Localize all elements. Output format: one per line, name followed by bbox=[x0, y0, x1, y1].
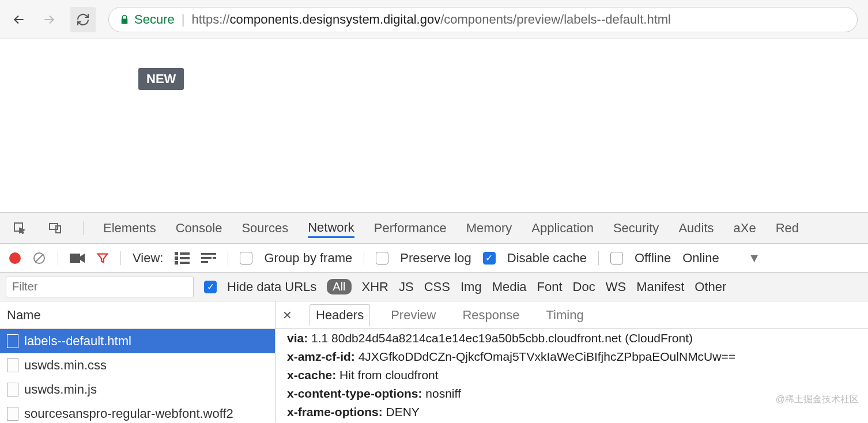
network-filter-row: ✓ Hide data URLs All XHR JS CSS Img Medi… bbox=[0, 273, 868, 301]
tab-console[interactable]: Console bbox=[176, 221, 222, 236]
headers-content[interactable]: via: 1.1 80db24d54a8214ca1e14ec19a50b5cb… bbox=[276, 329, 868, 421]
request-row[interactable]: sourcesanspro-regular-webfont.woff2 bbox=[0, 402, 275, 423]
camera-icon[interactable] bbox=[70, 252, 85, 264]
close-detail-button[interactable]: ✕ bbox=[280, 308, 295, 322]
preserve-log-checkbox[interactable] bbox=[376, 252, 388, 265]
request-name: uswds.min.css bbox=[24, 358, 107, 373]
new-label-badge: NEW bbox=[138, 68, 184, 90]
request-row[interactable]: uswds.min.js bbox=[0, 377, 275, 402]
secure-indicator: Secure bbox=[119, 12, 175, 27]
filter-all[interactable]: All bbox=[327, 279, 351, 294]
device-toggle-icon[interactable] bbox=[47, 220, 63, 236]
page-content: NEW bbox=[0, 39, 868, 212]
filter-media[interactable]: Media bbox=[492, 280, 527, 294]
request-name: sourcesanspro-regular-webfont.woff2 bbox=[24, 406, 233, 421]
forward-button[interactable] bbox=[40, 11, 58, 28]
record-button[interactable] bbox=[9, 252, 21, 264]
request-list: Name labels--default.html uswds.min.css … bbox=[0, 301, 276, 422]
preserve-log-label: Preserve log bbox=[400, 251, 471, 266]
clear-icon[interactable] bbox=[32, 251, 46, 265]
devtools-panel: Elements Console Sources Network Perform… bbox=[0, 212, 868, 422]
tab-performance[interactable]: Performance bbox=[374, 221, 447, 236]
reload-button[interactable] bbox=[70, 7, 96, 32]
back-button[interactable] bbox=[10, 11, 28, 28]
tab-sources[interactable]: Sources bbox=[241, 221, 288, 236]
dropdown-icon[interactable]: ▼ bbox=[748, 251, 761, 266]
offline-label: Offline bbox=[635, 251, 671, 266]
address-bar[interactable]: Secure | https://components.designsystem… bbox=[108, 7, 858, 32]
svg-rect-9 bbox=[175, 261, 178, 265]
filter-img[interactable]: Img bbox=[461, 280, 482, 294]
tab-axe[interactable]: aXe bbox=[734, 221, 756, 236]
svg-rect-5 bbox=[175, 252, 178, 255]
tab-headers[interactable]: Headers bbox=[310, 304, 370, 326]
throttling-select[interactable]: Online bbox=[682, 251, 719, 266]
tab-response[interactable]: Response bbox=[456, 305, 525, 326]
file-icon bbox=[7, 407, 18, 421]
network-toolbar: View: Group by frame Preserve log ✓ Disa… bbox=[0, 244, 868, 273]
detail-tabs: ✕ Headers Preview Response Timing bbox=[276, 301, 868, 329]
tab-security[interactable]: Security bbox=[613, 221, 659, 236]
filter-css[interactable]: CSS bbox=[424, 280, 450, 294]
request-name: uswds.min.js bbox=[24, 382, 97, 397]
inspect-icon[interactable] bbox=[12, 220, 28, 236]
browser-toolbar: Secure | https://components.designsystem… bbox=[0, 0, 868, 39]
view-small-icon[interactable] bbox=[201, 252, 216, 265]
file-icon bbox=[7, 334, 18, 348]
file-icon bbox=[7, 358, 18, 372]
filter-js[interactable]: JS bbox=[399, 280, 414, 294]
svg-rect-7 bbox=[175, 256, 178, 260]
devtools-tab-bar: Elements Console Sources Network Perform… bbox=[0, 213, 868, 244]
name-column-header[interactable]: Name bbox=[0, 301, 275, 329]
filter-ws[interactable]: WS bbox=[606, 280, 626, 294]
tab-memory[interactable]: Memory bbox=[466, 221, 512, 236]
hide-data-urls-checkbox[interactable]: ✓ bbox=[204, 281, 217, 293]
url-text: https://components.designsystem.digital.… bbox=[191, 12, 671, 27]
group-by-frame-checkbox[interactable] bbox=[240, 252, 252, 265]
tab-redux[interactable]: Red bbox=[776, 221, 799, 236]
svg-rect-8 bbox=[180, 257, 190, 259]
filter-xhr[interactable]: XHR bbox=[362, 280, 388, 294]
disable-cache-label: Disable cache bbox=[507, 251, 587, 266]
filter-doc[interactable]: Doc bbox=[573, 280, 595, 294]
svg-rect-4 bbox=[70, 254, 80, 263]
svg-rect-13 bbox=[213, 257, 216, 259]
group-by-frame-label: Group by frame bbox=[264, 251, 352, 266]
tab-timing[interactable]: Timing bbox=[540, 305, 589, 326]
tab-audits[interactable]: Audits bbox=[678, 221, 714, 236]
filter-manifest[interactable]: Manifest bbox=[636, 280, 684, 294]
lock-icon bbox=[119, 14, 130, 25]
secure-label: Secure bbox=[134, 12, 175, 27]
filter-input[interactable] bbox=[6, 277, 194, 297]
tab-preview[interactable]: Preview bbox=[385, 305, 441, 326]
filter-other[interactable]: Other bbox=[695, 280, 726, 294]
svg-rect-6 bbox=[180, 252, 190, 255]
tab-network[interactable]: Network bbox=[308, 220, 354, 238]
tab-elements[interactable]: Elements bbox=[103, 221, 156, 236]
filter-font[interactable]: Font bbox=[537, 280, 563, 294]
file-icon bbox=[7, 383, 18, 396]
svg-rect-11 bbox=[201, 253, 216, 255]
request-row[interactable]: labels--default.html bbox=[0, 329, 275, 353]
svg-rect-12 bbox=[201, 257, 212, 259]
view-label: View: bbox=[133, 251, 163, 266]
view-large-icon[interactable] bbox=[175, 252, 190, 265]
request-row[interactable]: uswds.min.css bbox=[0, 353, 275, 377]
hide-data-urls-label: Hide data URLs bbox=[227, 280, 316, 294]
filter-icon[interactable] bbox=[96, 252, 109, 265]
svg-rect-14 bbox=[201, 261, 208, 263]
tab-application[interactable]: Application bbox=[531, 221, 594, 236]
watermark: @稀土掘金技术社区 bbox=[776, 394, 859, 406]
request-name: labels--default.html bbox=[24, 334, 131, 349]
svg-rect-10 bbox=[180, 262, 190, 264]
disable-cache-checkbox[interactable]: ✓ bbox=[483, 252, 496, 265]
offline-checkbox[interactable] bbox=[610, 252, 623, 265]
